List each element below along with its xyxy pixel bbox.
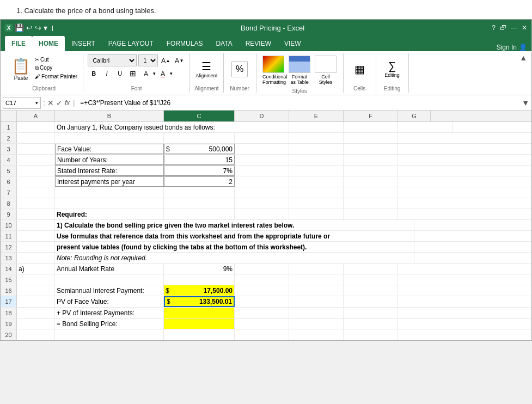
cell-10-a[interactable] bbox=[17, 220, 55, 230]
tab-file[interactable]: FILE bbox=[5, 36, 32, 51]
cell-15-a[interactable] bbox=[17, 274, 55, 285]
cell-16-f[interactable] bbox=[344, 285, 398, 296]
underline-btn[interactable]: U bbox=[114, 68, 126, 79]
cell-8-a[interactable] bbox=[17, 198, 55, 209]
cell-3-e[interactable] bbox=[289, 144, 344, 154]
cell-20-f[interactable] bbox=[344, 329, 398, 340]
decrease-font-btn[interactable]: A▼ bbox=[173, 54, 185, 66]
cell-6-b[interactable]: Interest payments per year bbox=[55, 176, 164, 187]
cell-14-f[interactable] bbox=[344, 264, 398, 274]
col-header-f[interactable]: F bbox=[344, 111, 398, 121]
cell-19-e[interactable] bbox=[289, 319, 344, 329]
cell-18-d[interactable] bbox=[235, 308, 289, 318]
cell-7-a[interactable] bbox=[17, 187, 55, 198]
minimize-btn[interactable]: — bbox=[511, 24, 517, 32]
cell-15-b[interactable] bbox=[55, 274, 164, 285]
alignment-btn[interactable]: ☰ Alignment bbox=[195, 60, 217, 78]
cell-5-f[interactable] bbox=[344, 166, 398, 176]
cell-3-b[interactable]: Face Value: bbox=[55, 144, 164, 154]
close-btn[interactable]: ✕ bbox=[522, 24, 527, 32]
formula-expand-icon[interactable]: ▼ bbox=[522, 99, 529, 107]
cell-17-a[interactable] bbox=[17, 296, 55, 307]
cell-7-d[interactable] bbox=[235, 187, 289, 198]
cell-19-f[interactable] bbox=[344, 319, 398, 329]
cell-2-b[interactable] bbox=[55, 133, 164, 143]
cell-4-c[interactable]: 15 bbox=[164, 155, 235, 165]
percent-btn[interactable]: % bbox=[231, 61, 248, 77]
font-name-select[interactable]: Calibri bbox=[88, 54, 137, 66]
cell-1-a[interactable] bbox=[17, 122, 55, 132]
tab-page-layout[interactable]: PAGE LAYOUT bbox=[102, 36, 160, 51]
cell-7-b[interactable] bbox=[55, 187, 164, 198]
save-quick-btn[interactable]: 💾 bbox=[15, 23, 24, 32]
fill-color-btn[interactable]: A bbox=[140, 68, 152, 79]
cell-9-e[interactable] bbox=[289, 209, 344, 219]
font-color-dropdown-btn[interactable]: ▾ bbox=[170, 71, 173, 76]
cell-11-b[interactable]: Use formulas that reference data from th… bbox=[55, 231, 414, 241]
increase-font-btn[interactable]: A▲ bbox=[160, 54, 172, 66]
format-painter-btn[interactable]: 🖌 Format Painter bbox=[34, 73, 78, 80]
cell-styles-btn[interactable]: Cell Styles bbox=[314, 54, 338, 86]
cell-13-b[interactable]: Note: Rounding is not required. bbox=[55, 253, 414, 263]
cell-7-c[interactable] bbox=[164, 187, 235, 198]
cell-16-e[interactable] bbox=[289, 285, 344, 296]
paste-btn[interactable]: 📋 Paste bbox=[9, 56, 33, 82]
cell-2-d[interactable] bbox=[235, 133, 289, 143]
cell-14-e[interactable] bbox=[289, 264, 344, 274]
cell-17-d[interactable] bbox=[235, 296, 289, 307]
cell-20-b[interactable] bbox=[55, 329, 164, 340]
cell-6-f[interactable] bbox=[344, 176, 398, 187]
cell-14-c[interactable]: 9% bbox=[164, 264, 235, 274]
cell-17-f[interactable] bbox=[344, 296, 398, 307]
cell-18-a[interactable] bbox=[17, 308, 55, 318]
cell-1-e[interactable] bbox=[344, 122, 398, 132]
redo-quick-btn[interactable]: ↪ bbox=[35, 23, 41, 32]
cell-16-c[interactable]: $ 17,500.00 bbox=[164, 285, 235, 296]
font-color-btn[interactable]: A bbox=[157, 68, 169, 79]
cell-9-c[interactable] bbox=[164, 209, 235, 219]
bold-btn[interactable]: B bbox=[88, 68, 100, 79]
cell-7-f[interactable] bbox=[344, 187, 398, 198]
cell-15-e[interactable] bbox=[289, 274, 344, 285]
cell-9-b[interactable]: Required: bbox=[55, 209, 164, 219]
cell-3-c[interactable]: $ 500,000 bbox=[164, 144, 235, 154]
sign-in-btn[interactable]: Sign In 👤 bbox=[497, 44, 527, 51]
cell-5-a[interactable] bbox=[17, 166, 55, 176]
cell-20-d[interactable] bbox=[235, 329, 289, 340]
formula-x-btn[interactable]: ✕ bbox=[47, 99, 54, 107]
cell-17-c[interactable]: $ 133,500.01 bbox=[164, 296, 235, 307]
cell-5-b[interactable]: Stated Interest Rate: bbox=[55, 166, 164, 176]
cell-11-a[interactable] bbox=[17, 231, 55, 241]
cell-4-b[interactable]: Number of Years: bbox=[55, 155, 164, 165]
cell-7-e[interactable] bbox=[289, 187, 344, 198]
cell-14-a[interactable]: a) bbox=[17, 264, 55, 274]
cell-15-d[interactable] bbox=[235, 274, 289, 285]
cell-8-f[interactable] bbox=[344, 198, 398, 209]
cell-2-f[interactable] bbox=[344, 133, 398, 143]
cell-ref-dropdown[interactable]: ▾ bbox=[35, 100, 38, 106]
cell-20-e[interactable] bbox=[289, 329, 344, 340]
customize-quick-btn[interactable]: ▾ bbox=[44, 23, 47, 32]
cell-18-c[interactable] bbox=[164, 308, 235, 318]
cell-9-f[interactable] bbox=[344, 209, 398, 219]
cell-20-a[interactable] bbox=[17, 329, 55, 340]
cell-5-c[interactable]: 7% bbox=[164, 166, 235, 176]
help-btn[interactable]: ? bbox=[492, 24, 496, 32]
tab-data[interactable]: DATA bbox=[209, 36, 239, 51]
format-as-table-btn[interactable]: Format as Table bbox=[288, 54, 311, 86]
col-header-g[interactable]: G bbox=[398, 111, 431, 121]
col-header-c[interactable]: C bbox=[164, 111, 235, 121]
cell-18-f[interactable] bbox=[344, 308, 398, 318]
cell-15-c[interactable] bbox=[164, 274, 235, 285]
cell-16-b[interactable]: Semiannual Interest Payment: bbox=[55, 285, 164, 296]
border-btn[interactable]: ⊞ bbox=[127, 68, 139, 79]
cell-6-d[interactable] bbox=[235, 176, 289, 187]
cell-2-e[interactable] bbox=[289, 133, 344, 143]
cell-9-d[interactable] bbox=[235, 209, 289, 219]
col-header-e[interactable]: E bbox=[289, 111, 344, 121]
italic-btn[interactable]: I bbox=[101, 68, 113, 79]
cell-14-b[interactable]: Annual Market Rate bbox=[55, 264, 164, 274]
cells-btn[interactable]: ▦ bbox=[351, 62, 368, 77]
copy-btn[interactable]: ⧉ Copy bbox=[34, 64, 78, 72]
cell-8-c[interactable] bbox=[164, 198, 235, 209]
